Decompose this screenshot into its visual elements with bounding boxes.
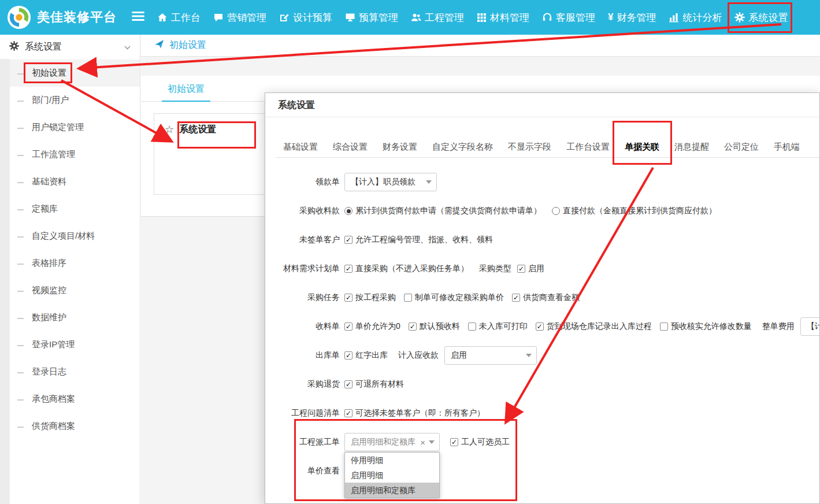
- app-title: 美佳装修平台: [37, 9, 117, 26]
- dialog-tab-workbench[interactable]: 工作台设置: [559, 137, 617, 157]
- sidebar-item-login-log[interactable]: 登录日志: [10, 358, 140, 386]
- check-icon: ✓: [346, 323, 351, 330]
- star-icon: ☆: [165, 123, 174, 136]
- checkbox-purchase-by-project[interactable]: ✓ 按工程采购: [344, 292, 396, 303]
- nav-item-stats[interactable]: 统计分析: [669, 11, 722, 24]
- breadcrumb-current[interactable]: 初始设置: [169, 39, 206, 51]
- checkbox-purchase-type-enable[interactable]: ✓ 启用: [517, 264, 544, 274]
- sidebar-item-video-monitor[interactable]: 视频监控: [10, 277, 140, 304]
- check-icon: ✓: [346, 265, 351, 272]
- nav-item-engineering[interactable]: 工程管理: [411, 11, 464, 24]
- checkbox-modify-quantity[interactable]: 预收核实允许修改数量: [660, 321, 752, 332]
- select-value: 【计入: [807, 321, 820, 332]
- dialog-tab-notifications[interactable]: 消息提醒: [667, 137, 717, 157]
- dialog-tab-general[interactable]: 综合设置: [325, 137, 375, 157]
- dialog-tab-mobile[interactable]: 手机端: [766, 137, 807, 157]
- field-label: 材料需求计划单: [265, 264, 344, 274]
- sidebar-item-user-lock[interactable]: 用户锁定管理: [10, 114, 140, 141]
- receivable-label: 计入应收款: [398, 350, 439, 361]
- nav-item-finance[interactable]: ¥ 财务管理: [608, 11, 656, 24]
- lingkuandan-select[interactable]: 【计入】职员领款: [344, 173, 437, 191]
- checkbox-price-zero[interactable]: ✓ 单价允许为0: [344, 321, 400, 332]
- nav-label: 预算管理: [359, 11, 398, 24]
- paigongdan-select[interactable]: 启用明细和定额库 ×: [344, 433, 440, 451]
- radio-accumulate-to-supplier[interactable]: 累计到供货商付款申请（需提交供货商付款申请单）: [344, 206, 541, 216]
- dialog-tab-finance[interactable]: 财务设置: [375, 137, 425, 157]
- sidebar-item-table-sort[interactable]: 表格排序: [10, 250, 140, 277]
- dialog-tab-custom-fields[interactable]: 自定义字段名称: [425, 137, 500, 157]
- app-logo-icon: [7, 5, 31, 29]
- select-value: 【计入】职员领款: [351, 177, 415, 187]
- dropdown-option-enable-detail-quota[interactable]: 启用明细和定额库: [345, 483, 439, 498]
- grid-icon: [477, 13, 487, 23]
- checkbox-direct-purchase[interactable]: ✓ 直接采购（不进入采购任务单）: [344, 264, 469, 274]
- checkbox-modify-quota-price[interactable]: 制单可修改定额采购单价: [404, 292, 504, 303]
- checkbox-red-outbound[interactable]: ✓ 红字出库: [344, 350, 388, 361]
- nav-item-workbench[interactable]: 工作台: [157, 11, 201, 24]
- checkbox-supplier-view-amount[interactable]: ✓ 供货商查看金额: [512, 292, 580, 303]
- checkbox-site-warehouse-record[interactable]: ✓ 货到现场仓库记录出入库过程: [536, 321, 652, 332]
- headset-icon: [542, 12, 552, 23]
- sidebar-item-contractor-archive[interactable]: 承包商档案: [10, 386, 140, 413]
- checkbox-label: 直接采购（不进入采购任务单）: [355, 264, 469, 274]
- checkbox-allow-project-number[interactable]: ✓ 允许工程编号管理、指派、收料、领料: [344, 235, 493, 245]
- sidebar-header[interactable]: 系统设置: [0, 35, 140, 59]
- sidebar-item-label: 部门/用户: [32, 95, 69, 106]
- nav-item-design-budget[interactable]: 设计预算: [279, 11, 332, 24]
- check-icon: ✓: [346, 410, 351, 417]
- checkbox-icon: [660, 323, 668, 331]
- whole-order-fee-select[interactable]: 【计入: [800, 317, 820, 336]
- sidebar-item-quota-library[interactable]: 定额库: [10, 195, 140, 223]
- sidebar-item-data-maintenance[interactable]: 数据维护: [10, 304, 140, 331]
- nav-item-material[interactable]: 材料管理: [477, 11, 529, 24]
- dialog-tab-hidden-fields[interactable]: 不显示字段: [500, 137, 559, 157]
- sidebar-item-label: 表格排序: [32, 258, 66, 269]
- nav-item-service[interactable]: 客服管理: [542, 11, 595, 24]
- sidebar-item-initial-settings[interactable]: 初始设置: [10, 60, 140, 87]
- tab-initial-settings[interactable]: 初始设置: [162, 76, 210, 102]
- sidebar-item-supplier-archive[interactable]: 供货商档案: [10, 413, 140, 440]
- nav-item-settings[interactable]: 系统设置: [734, 11, 788, 24]
- sidebar-item-workflow[interactable]: 工作流管理: [10, 141, 140, 168]
- checkbox-print-before-storage[interactable]: 未入库可打印: [468, 321, 528, 332]
- check-icon: ✓: [346, 236, 351, 243]
- nav-label: 材料管理: [490, 11, 529, 24]
- checkbox-return-all-materials[interactable]: ✓ 可退所有材料: [344, 379, 404, 390]
- dropdown-option-enable-detail[interactable]: 启用明细: [345, 468, 439, 483]
- sidebar-item-custom-items[interactable]: 自定义项目/材料: [10, 223, 140, 250]
- sidebar-menu: 初始设置 部门/用户 用户锁定管理 工作流管理 基础资料 定额库 自定义项目/材…: [10, 60, 140, 440]
- menu-toggle-icon[interactable]: [132, 12, 144, 23]
- checkbox-worker-select-employee[interactable]: ✓ 工人可选员工: [450, 437, 510, 447]
- chart-icon: [669, 12, 679, 23]
- paigongdan-select-wrap: 启用明细和定额库 × 停用明细 启用明细 启用明细和定额库: [344, 433, 440, 451]
- dialog-tab-basic[interactable]: 基础设置: [276, 137, 325, 157]
- yen-icon: ¥: [608, 12, 613, 23]
- receivable-select[interactable]: 启用: [444, 346, 537, 365]
- checkbox-icon: ✓: [536, 323, 544, 331]
- select-value: 启用: [451, 350, 467, 361]
- checkbox-default-prereceive[interactable]: ✓ 默认预收料: [409, 321, 460, 332]
- clear-icon[interactable]: ×: [420, 438, 425, 447]
- checkbox-label: 允许工程编号管理、指派、收料、领料: [355, 235, 493, 245]
- dialog-tab-document-links[interactable]: 单据关联: [617, 137, 667, 157]
- checkbox-select-unsigned-customers[interactable]: ✓ 可选择未签单客户（即：所有客户）: [344, 408, 485, 418]
- form-row-shouliaodan: 收料单 ✓ 单价允许为0 ✓ 默认预收料 未入库可打印 ✓ 货到现场仓库记录出入…: [265, 317, 819, 336]
- sidebar-item-label: 初始设置: [32, 68, 66, 79]
- nav-item-budget[interactable]: 预算管理: [345, 11, 398, 24]
- check-icon: ✓: [346, 352, 351, 359]
- field-label: 未签单客户: [265, 235, 344, 245]
- dialog-tab-label: 单据关联: [625, 142, 659, 151]
- dropdown-option-disable-detail[interactable]: 停用明细: [345, 453, 439, 468]
- nav-item-marketing[interactable]: 营销管理: [213, 11, 266, 24]
- checkbox-label: 单价允许为0: [355, 321, 400, 332]
- form-row-lingkuandan: 领款单 【计入】职员领款: [265, 173, 819, 191]
- check-icon: ✓: [451, 439, 457, 446]
- sidebar-item-login-ip[interactable]: 登录IP管理: [10, 331, 140, 358]
- form-row-gongchengwenti: 工程问题清单 ✓ 可选择未签单客户（即：所有客户）: [265, 404, 819, 423]
- radio-direct-payment[interactable]: 直接付款（金额直接累计到供货商应付款）: [552, 206, 717, 216]
- check-icon: ✓: [346, 294, 351, 301]
- sidebar-item-departments[interactable]: 部门/用户: [10, 87, 140, 114]
- checkbox-icon: ✓: [450, 438, 458, 446]
- dialog-tab-company-location[interactable]: 公司定位: [717, 137, 766, 157]
- sidebar-item-base-data[interactable]: 基础资料: [10, 168, 140, 195]
